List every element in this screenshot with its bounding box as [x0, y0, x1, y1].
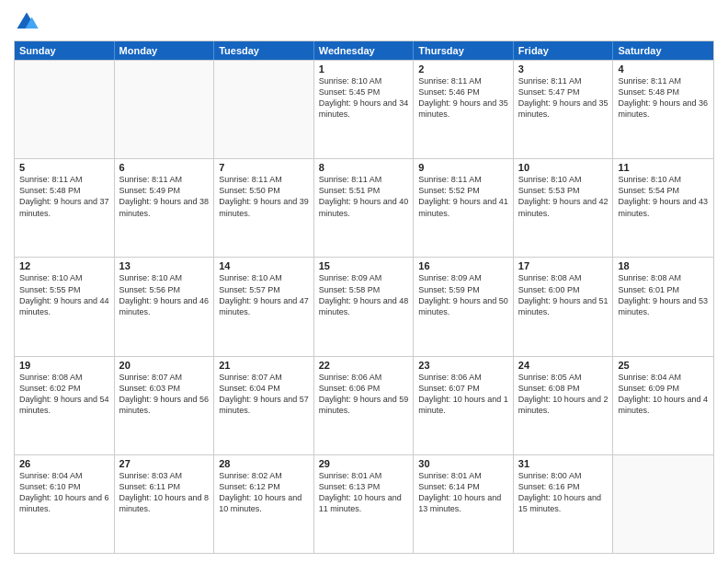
day-info: Sunrise: 8:01 AM Sunset: 6:13 PM Dayligh… [319, 470, 409, 515]
day-cell-2: 2Sunrise: 8:11 AM Sunset: 5:46 PM Daylig… [414, 61, 514, 158]
day-number: 18 [618, 260, 709, 271]
day-number: 23 [418, 360, 508, 371]
day-info: Sunrise: 8:06 AM Sunset: 6:07 PM Dayligh… [418, 372, 508, 417]
day-info: Sunrise: 8:11 AM Sunset: 5:48 PM Dayligh… [19, 174, 109, 219]
day-info: Sunrise: 8:01 AM Sunset: 6:14 PM Dayligh… [418, 470, 508, 515]
day-cell-13: 13Sunrise: 8:10 AM Sunset: 5:56 PM Dayli… [115, 258, 215, 355]
calendar-row-1: 5Sunrise: 8:11 AM Sunset: 5:48 PM Daylig… [15, 158, 713, 257]
calendar-header: SundayMondayTuesdayWednesdayThursdayFrid… [15, 41, 713, 60]
header-day-saturday: Saturday [613, 41, 713, 60]
day-cell-29: 29Sunrise: 8:01 AM Sunset: 6:13 PM Dayli… [314, 455, 415, 553]
day-info: Sunrise: 8:04 AM Sunset: 6:10 PM Dayligh… [19, 470, 109, 515]
day-info: Sunrise: 8:10 AM Sunset: 5:54 PM Dayligh… [618, 174, 709, 219]
day-cell-30: 30Sunrise: 8:01 AM Sunset: 6:14 PM Dayli… [414, 455, 514, 553]
day-number: 25 [618, 360, 709, 371]
day-info: Sunrise: 8:02 AM Sunset: 6:12 PM Dayligh… [219, 470, 309, 515]
day-cell-26: 26Sunrise: 8:04 AM Sunset: 6:10 PM Dayli… [15, 455, 115, 553]
day-cell-21: 21Sunrise: 8:07 AM Sunset: 6:04 PM Dayli… [214, 357, 314, 454]
day-cell-28: 28Sunrise: 8:02 AM Sunset: 6:12 PM Dayli… [214, 455, 314, 553]
day-number: 1 [319, 63, 409, 75]
day-info: Sunrise: 8:09 AM Sunset: 5:59 PM Dayligh… [418, 272, 508, 317]
day-info: Sunrise: 8:10 AM Sunset: 5:55 PM Dayligh… [19, 272, 109, 317]
day-number: 11 [618, 162, 709, 173]
day-info: Sunrise: 8:00 AM Sunset: 6:16 PM Dayligh… [518, 470, 609, 515]
day-info: Sunrise: 8:10 AM Sunset: 5:57 PM Dayligh… [219, 272, 309, 317]
empty-cell [15, 61, 115, 158]
calendar: SundayMondayTuesdayWednesdayThursdayFrid… [14, 40, 714, 554]
day-cell-5: 5Sunrise: 8:11 AM Sunset: 5:48 PM Daylig… [15, 159, 115, 257]
day-info: Sunrise: 8:07 AM Sunset: 6:03 PM Dayligh… [119, 372, 210, 417]
day-number: 8 [319, 162, 409, 173]
day-info: Sunrise: 8:05 AM Sunset: 6:08 PM Dayligh… [518, 372, 609, 417]
day-info: Sunrise: 8:11 AM Sunset: 5:52 PM Dayligh… [418, 174, 508, 219]
day-info: Sunrise: 8:11 AM Sunset: 5:51 PM Dayligh… [319, 174, 409, 219]
day-info: Sunrise: 8:10 AM Sunset: 5:53 PM Dayligh… [518, 174, 609, 219]
day-info: Sunrise: 8:07 AM Sunset: 6:04 PM Dayligh… [219, 372, 309, 417]
day-cell-1: 1Sunrise: 8:10 AM Sunset: 5:45 PM Daylig… [314, 61, 415, 158]
header-day-tuesday: Tuesday [214, 41, 314, 60]
day-number: 30 [418, 458, 508, 469]
day-number: 31 [518, 458, 609, 469]
day-cell-24: 24Sunrise: 8:05 AM Sunset: 6:08 PM Dayli… [514, 357, 614, 454]
calendar-row-4: 26Sunrise: 8:04 AM Sunset: 6:10 PM Dayli… [15, 454, 713, 553]
day-cell-25: 25Sunrise: 8:04 AM Sunset: 6:09 PM Dayli… [613, 357, 713, 454]
day-cell-18: 18Sunrise: 8:08 AM Sunset: 6:01 PM Dayli… [613, 258, 713, 355]
day-cell-22: 22Sunrise: 8:06 AM Sunset: 6:06 PM Dayli… [314, 357, 415, 454]
day-number: 7 [219, 162, 309, 173]
page: SundayMondayTuesdayWednesdayThursdayFrid… [0, 0, 728, 563]
header-day-sunday: Sunday [15, 41, 115, 60]
day-number: 24 [518, 360, 609, 371]
header [14, 9, 714, 35]
day-number: 20 [119, 360, 210, 371]
day-info: Sunrise: 8:11 AM Sunset: 5:46 PM Dayligh… [418, 75, 508, 121]
header-day-monday: Monday [115, 41, 215, 60]
day-cell-3: 3Sunrise: 8:11 AM Sunset: 5:47 PM Daylig… [514, 61, 614, 158]
day-cell-12: 12Sunrise: 8:10 AM Sunset: 5:55 PM Dayli… [15, 258, 115, 355]
logo [14, 9, 43, 35]
day-info: Sunrise: 8:09 AM Sunset: 5:58 PM Dayligh… [319, 272, 409, 317]
day-info: Sunrise: 8:11 AM Sunset: 5:48 PM Dayligh… [618, 75, 709, 121]
day-cell-23: 23Sunrise: 8:06 AM Sunset: 6:07 PM Dayli… [414, 357, 514, 454]
day-number: 9 [418, 162, 508, 173]
day-number: 5 [19, 162, 109, 173]
logo-icon [14, 9, 40, 35]
day-number: 27 [119, 458, 210, 469]
day-cell-7: 7Sunrise: 8:11 AM Sunset: 5:50 PM Daylig… [214, 159, 314, 257]
day-info: Sunrise: 8:10 AM Sunset: 5:56 PM Dayligh… [119, 272, 210, 317]
day-info: Sunrise: 8:08 AM Sunset: 6:00 PM Dayligh… [518, 272, 609, 317]
day-number: 15 [319, 260, 409, 271]
header-day-friday: Friday [514, 41, 614, 60]
day-number: 29 [319, 458, 409, 469]
day-info: Sunrise: 8:06 AM Sunset: 6:06 PM Dayligh… [319, 372, 409, 417]
day-cell-14: 14Sunrise: 8:10 AM Sunset: 5:57 PM Dayli… [214, 258, 314, 355]
day-cell-27: 27Sunrise: 8:03 AM Sunset: 6:11 PM Dayli… [115, 455, 215, 553]
day-number: 16 [418, 260, 508, 271]
day-cell-9: 9Sunrise: 8:11 AM Sunset: 5:52 PM Daylig… [414, 159, 514, 257]
day-info: Sunrise: 8:08 AM Sunset: 6:01 PM Dayligh… [618, 272, 709, 317]
calendar-row-2: 12Sunrise: 8:10 AM Sunset: 5:55 PM Dayli… [15, 257, 713, 355]
header-day-wednesday: Wednesday [314, 41, 415, 60]
day-number: 19 [19, 360, 109, 371]
day-number: 4 [618, 63, 709, 75]
day-cell-19: 19Sunrise: 8:08 AM Sunset: 6:02 PM Dayli… [15, 357, 115, 454]
calendar-body: 1Sunrise: 8:10 AM Sunset: 5:45 PM Daylig… [15, 60, 713, 553]
day-number: 2 [418, 63, 508, 75]
day-number: 21 [219, 360, 309, 371]
day-info: Sunrise: 8:11 AM Sunset: 5:47 PM Dayligh… [518, 75, 609, 121]
day-info: Sunrise: 8:03 AM Sunset: 6:11 PM Dayligh… [119, 470, 210, 515]
day-cell-20: 20Sunrise: 8:07 AM Sunset: 6:03 PM Dayli… [115, 357, 215, 454]
day-cell-8: 8Sunrise: 8:11 AM Sunset: 5:51 PM Daylig… [314, 159, 415, 257]
day-cell-11: 11Sunrise: 8:10 AM Sunset: 5:54 PM Dayli… [613, 159, 713, 257]
day-number: 6 [119, 162, 210, 173]
empty-cell [115, 61, 215, 158]
day-number: 22 [319, 360, 409, 371]
day-cell-10: 10Sunrise: 8:10 AM Sunset: 5:53 PM Dayli… [514, 159, 614, 257]
day-number: 26 [19, 458, 109, 469]
day-number: 28 [219, 458, 309, 469]
day-cell-17: 17Sunrise: 8:08 AM Sunset: 6:00 PM Dayli… [514, 258, 614, 355]
day-cell-4: 4Sunrise: 8:11 AM Sunset: 5:48 PM Daylig… [613, 61, 713, 158]
empty-cell [214, 61, 314, 158]
day-cell-31: 31Sunrise: 8:00 AM Sunset: 6:16 PM Dayli… [514, 455, 614, 553]
day-cell-6: 6Sunrise: 8:11 AM Sunset: 5:49 PM Daylig… [115, 159, 215, 257]
day-info: Sunrise: 8:10 AM Sunset: 5:45 PM Dayligh… [319, 75, 409, 121]
